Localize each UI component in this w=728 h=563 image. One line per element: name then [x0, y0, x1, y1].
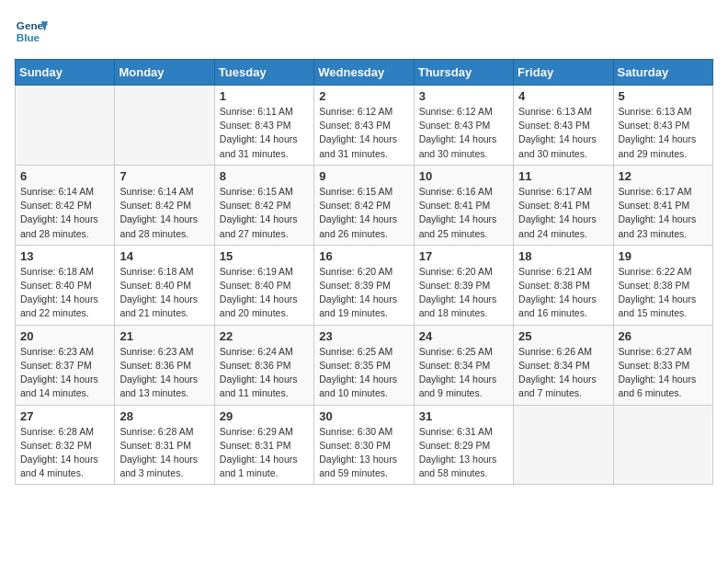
- calendar-cell: 5Sunrise: 6:13 AM Sunset: 8:43 PM Daylig…: [613, 86, 712, 166]
- calendar-cell: 4Sunrise: 6:13 AM Sunset: 8:43 PM Daylig…: [514, 86, 613, 166]
- day-number: 13: [20, 249, 109, 263]
- calendar-cell: 29Sunrise: 6:29 AM Sunset: 8:31 PM Dayli…: [214, 405, 313, 485]
- day-info: Sunrise: 6:27 AM Sunset: 8:33 PM Dayligh…: [619, 345, 708, 401]
- day-info: Sunrise: 6:25 AM Sunset: 8:35 PM Dayligh…: [319, 345, 408, 401]
- day-info: Sunrise: 6:12 AM Sunset: 8:43 PM Dayligh…: [419, 105, 508, 161]
- calendar-header-friday: Friday: [514, 60, 613, 86]
- day-number: 30: [319, 409, 408, 423]
- day-info: Sunrise: 6:29 AM Sunset: 8:31 PM Dayligh…: [220, 425, 309, 481]
- day-number: 19: [619, 249, 708, 263]
- calendar-header-monday: Monday: [115, 60, 214, 86]
- day-info: Sunrise: 6:14 AM Sunset: 8:42 PM Dayligh…: [119, 185, 209, 241]
- calendar-week-row: 13Sunrise: 6:18 AM Sunset: 8:40 PM Dayli…: [16, 245, 713, 325]
- day-info: Sunrise: 6:28 AM Sunset: 8:31 PM Dayligh…: [119, 425, 209, 481]
- calendar-cell: [613, 405, 712, 485]
- calendar-cell: 6Sunrise: 6:14 AM Sunset: 8:42 PM Daylig…: [16, 165, 115, 245]
- calendar-cell: 11Sunrise: 6:17 AM Sunset: 8:41 PM Dayli…: [514, 165, 613, 245]
- calendar-cell: 21Sunrise: 6:23 AM Sunset: 8:36 PM Dayli…: [115, 325, 214, 405]
- day-info: Sunrise: 6:20 AM Sunset: 8:39 PM Dayligh…: [319, 265, 408, 321]
- day-number: 27: [20, 409, 109, 423]
- day-number: 15: [220, 249, 309, 263]
- calendar-cell: 1Sunrise: 6:11 AM Sunset: 8:43 PM Daylig…: [214, 86, 313, 166]
- calendar-cell: 23Sunrise: 6:25 AM Sunset: 8:35 PM Dayli…: [314, 325, 414, 405]
- day-number: 4: [518, 89, 608, 103]
- logo-icon: General Blue: [15, 15, 48, 48]
- page-header: General Blue: [15, 15, 713, 48]
- day-info: Sunrise: 6:24 AM Sunset: 8:36 PM Dayligh…: [220, 345, 309, 401]
- svg-text:Blue: Blue: [17, 31, 40, 43]
- calendar-cell: 14Sunrise: 6:18 AM Sunset: 8:40 PM Dayli…: [115, 245, 214, 325]
- day-number: 1: [220, 89, 309, 103]
- day-number: 21: [119, 329, 209, 343]
- day-info: Sunrise: 6:12 AM Sunset: 8:43 PM Dayligh…: [319, 105, 408, 161]
- calendar-cell: 12Sunrise: 6:17 AM Sunset: 8:41 PM Dayli…: [613, 165, 712, 245]
- day-number: 31: [419, 409, 508, 423]
- day-info: Sunrise: 6:25 AM Sunset: 8:34 PM Dayligh…: [419, 345, 508, 401]
- day-info: Sunrise: 6:14 AM Sunset: 8:42 PM Dayligh…: [20, 185, 109, 241]
- day-info: Sunrise: 6:11 AM Sunset: 8:43 PM Dayligh…: [220, 105, 309, 161]
- day-info: Sunrise: 6:18 AM Sunset: 8:40 PM Dayligh…: [20, 265, 109, 321]
- calendar-week-row: 1Sunrise: 6:11 AM Sunset: 8:43 PM Daylig…: [16, 86, 713, 166]
- day-number: 8: [220, 169, 309, 183]
- day-number: 6: [20, 169, 109, 183]
- calendar-cell: 16Sunrise: 6:20 AM Sunset: 8:39 PM Dayli…: [314, 245, 414, 325]
- calendar-cell: 20Sunrise: 6:23 AM Sunset: 8:37 PM Dayli…: [16, 325, 115, 405]
- day-number: 20: [20, 329, 109, 343]
- calendar-week-row: 20Sunrise: 6:23 AM Sunset: 8:37 PM Dayli…: [16, 325, 713, 405]
- day-number: 22: [220, 329, 309, 343]
- calendar-cell: 8Sunrise: 6:15 AM Sunset: 8:42 PM Daylig…: [214, 165, 313, 245]
- day-info: Sunrise: 6:22 AM Sunset: 8:38 PM Dayligh…: [619, 265, 708, 321]
- day-info: Sunrise: 6:15 AM Sunset: 8:42 PM Dayligh…: [319, 185, 408, 241]
- day-info: Sunrise: 6:26 AM Sunset: 8:34 PM Dayligh…: [518, 345, 608, 401]
- calendar-week-row: 6Sunrise: 6:14 AM Sunset: 8:42 PM Daylig…: [16, 165, 713, 245]
- day-info: Sunrise: 6:16 AM Sunset: 8:41 PM Dayligh…: [419, 185, 508, 241]
- day-number: 29: [220, 409, 309, 423]
- day-number: 7: [119, 169, 209, 183]
- day-info: Sunrise: 6:23 AM Sunset: 8:36 PM Dayligh…: [119, 345, 209, 401]
- calendar-cell: 15Sunrise: 6:19 AM Sunset: 8:40 PM Dayli…: [214, 245, 313, 325]
- day-number: 2: [319, 89, 408, 103]
- calendar-cell: 19Sunrise: 6:22 AM Sunset: 8:38 PM Dayli…: [613, 245, 712, 325]
- calendar-cell: 22Sunrise: 6:24 AM Sunset: 8:36 PM Dayli…: [214, 325, 313, 405]
- calendar-cell: 13Sunrise: 6:18 AM Sunset: 8:40 PM Dayli…: [16, 245, 115, 325]
- day-info: Sunrise: 6:15 AM Sunset: 8:42 PM Dayligh…: [220, 185, 309, 241]
- calendar-cell: 9Sunrise: 6:15 AM Sunset: 8:42 PM Daylig…: [314, 165, 414, 245]
- day-number: 5: [619, 89, 708, 103]
- calendar-cell: 2Sunrise: 6:12 AM Sunset: 8:43 PM Daylig…: [314, 86, 414, 166]
- calendar-cell: 10Sunrise: 6:16 AM Sunset: 8:41 PM Dayli…: [414, 165, 513, 245]
- calendar-cell: 25Sunrise: 6:26 AM Sunset: 8:34 PM Dayli…: [514, 325, 613, 405]
- day-number: 18: [518, 249, 608, 263]
- day-number: 10: [419, 169, 508, 183]
- day-info: Sunrise: 6:23 AM Sunset: 8:37 PM Dayligh…: [20, 345, 109, 401]
- day-number: 26: [619, 329, 708, 343]
- day-number: 14: [119, 249, 209, 263]
- day-number: 23: [319, 329, 408, 343]
- calendar-header-tuesday: Tuesday: [214, 60, 313, 86]
- day-info: Sunrise: 6:31 AM Sunset: 8:29 PM Dayligh…: [419, 425, 508, 481]
- logo: General Blue: [15, 15, 48, 48]
- calendar-cell: 31Sunrise: 6:31 AM Sunset: 8:29 PM Dayli…: [414, 405, 513, 485]
- calendar-cell: 17Sunrise: 6:20 AM Sunset: 8:39 PM Dayli…: [414, 245, 513, 325]
- calendar-table: SundayMondayTuesdayWednesdayThursdayFrid…: [15, 59, 713, 485]
- calendar-cell: [514, 405, 613, 485]
- day-info: Sunrise: 6:20 AM Sunset: 8:39 PM Dayligh…: [419, 265, 508, 321]
- day-number: 16: [319, 249, 408, 263]
- day-number: 25: [518, 329, 608, 343]
- calendar-cell: 18Sunrise: 6:21 AM Sunset: 8:38 PM Dayli…: [514, 245, 613, 325]
- day-info: Sunrise: 6:18 AM Sunset: 8:40 PM Dayligh…: [119, 265, 209, 321]
- calendar-cell: [115, 86, 214, 166]
- calendar-header-thursday: Thursday: [414, 60, 513, 86]
- day-info: Sunrise: 6:21 AM Sunset: 8:38 PM Dayligh…: [518, 265, 608, 321]
- calendar-cell: 27Sunrise: 6:28 AM Sunset: 8:32 PM Dayli…: [16, 405, 115, 485]
- calendar-cell: 7Sunrise: 6:14 AM Sunset: 8:42 PM Daylig…: [115, 165, 214, 245]
- calendar-header-row: SundayMondayTuesdayWednesdayThursdayFrid…: [16, 60, 713, 86]
- calendar-week-row: 27Sunrise: 6:28 AM Sunset: 8:32 PM Dayli…: [16, 405, 713, 485]
- day-info: Sunrise: 6:13 AM Sunset: 8:43 PM Dayligh…: [518, 105, 608, 161]
- calendar-cell: 3Sunrise: 6:12 AM Sunset: 8:43 PM Daylig…: [414, 86, 513, 166]
- day-number: 11: [518, 169, 608, 183]
- calendar-header-saturday: Saturday: [613, 60, 712, 86]
- day-number: 12: [619, 169, 708, 183]
- calendar-header-wednesday: Wednesday: [314, 60, 414, 86]
- day-info: Sunrise: 6:30 AM Sunset: 8:30 PM Dayligh…: [319, 425, 408, 481]
- day-number: 9: [319, 169, 408, 183]
